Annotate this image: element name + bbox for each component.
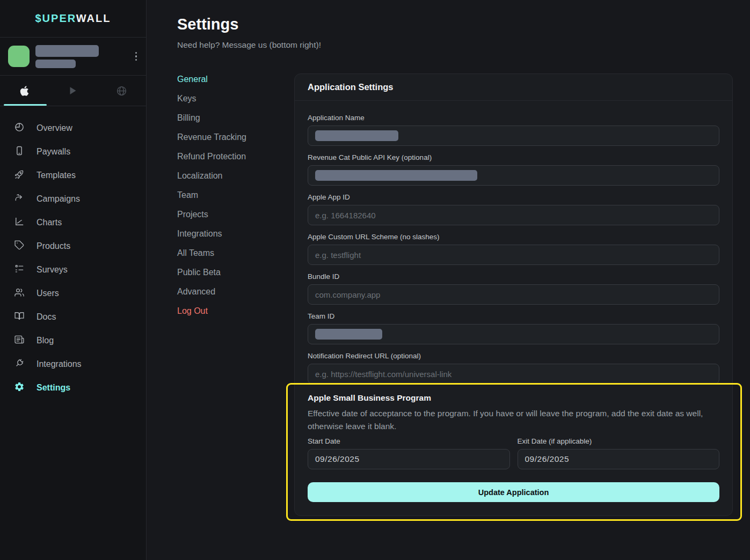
redacted-text-bar <box>35 60 76 68</box>
sidebar-item-campaigns[interactable]: Campaigns <box>0 187 146 211</box>
sidebar-item-label: Integrations <box>37 359 82 369</box>
apple-url-scheme-input[interactable] <box>308 245 719 265</box>
sidebar-item-label: Settings <box>37 383 70 393</box>
field-label: Bundle ID <box>308 272 719 281</box>
book-icon <box>14 311 25 323</box>
field-start-date: Start Date <box>308 437 510 469</box>
field-label: Apple Custom URL Scheme (no slashes) <box>308 233 719 241</box>
sidebar-item-label: Paywalls <box>37 147 70 157</box>
sidebar-item-label: Blog <box>37 336 54 345</box>
users-icon <box>14 287 25 300</box>
field-label: Notification Redirect URL (optional) <box>308 352 719 360</box>
subnav-public-beta[interactable]: Public Beta <box>177 267 294 278</box>
sidebar-item-charts[interactable]: Charts <box>0 211 146 234</box>
field-label: Exit Date (if applicable) <box>518 437 720 446</box>
sidebar-item-surveys[interactable]: Surveys <box>0 258 146 282</box>
notification-redirect-url-input[interactable] <box>308 364 719 384</box>
sidebar-item-label: Docs <box>37 312 56 322</box>
field-apple-url-scheme: Apple Custom URL Scheme (no slashes) <box>308 233 719 265</box>
field-apple-app-id: Apple App ID <box>308 193 719 225</box>
rocket-icon <box>14 169 25 182</box>
field-revenuecat-api-key: Revenue Cat Public API Key (optional) <box>308 153 719 186</box>
pie-chart-icon <box>14 122 25 135</box>
sidebar-item-integrations[interactable]: Integrations <box>0 352 146 376</box>
subnav-general[interactable]: General <box>177 73 294 85</box>
sidebar-item-paywalls[interactable]: Paywalls <box>0 140 146 164</box>
settings-subnav: General Keys Billing Revenue Tracking Re… <box>177 73 294 516</box>
tab-google-play[interactable] <box>49 76 98 106</box>
revenuecat-api-key-input[interactable] <box>308 165 719 186</box>
sidebar-item-blog[interactable]: Blog <box>0 329 146 352</box>
redacted-value-bar <box>315 170 477 181</box>
sidebar-nav: Overview Paywalls Templates Campaigns Ch… <box>0 106 146 400</box>
start-date-input[interactable] <box>308 449 510 469</box>
kebab-menu-icon[interactable] <box>133 50 139 63</box>
team-id-input[interactable] <box>308 324 719 344</box>
field-label: Start Date <box>308 437 510 446</box>
sidebar-item-label: Products <box>37 241 70 251</box>
workspace-switcher[interactable] <box>0 38 146 76</box>
subnav-team[interactable]: Team <box>177 189 294 201</box>
sidebar-item-label: Surveys <box>37 265 68 275</box>
bundle-id-input[interactable] <box>308 284 719 305</box>
sidebar-item-settings[interactable]: Settings <box>0 376 146 400</box>
tab-web[interactable] <box>97 76 146 106</box>
subnav-advanced[interactable]: Advanced <box>177 286 294 298</box>
play-icon <box>67 85 79 97</box>
subnav-integrations[interactable]: Integrations <box>177 228 294 240</box>
sidebar-item-docs[interactable]: Docs <box>0 305 146 329</box>
sidebar-item-label: Overview <box>37 123 72 133</box>
superwall-logo: $UPERWALL <box>35 12 111 25</box>
gear-icon <box>14 381 25 394</box>
section-title: Apple Small Business Program <box>308 393 719 403</box>
field-exit-date: Exit Date (if applicable) <box>518 437 720 469</box>
logo-rest-text: WALL <box>76 12 111 24</box>
phone-icon <box>14 145 25 158</box>
field-label: Application Name <box>308 114 719 122</box>
subnav-keys[interactable]: Keys <box>177 93 294 105</box>
subnav-billing[interactable]: Billing <box>177 112 294 124</box>
active-tab-indicator <box>4 104 47 106</box>
field-label: Revenue Cat Public API Key (optional) <box>308 153 719 162</box>
small-business-program-section: Apple Small Business Program Effective d… <box>308 393 719 502</box>
sidebar-item-overview[interactable]: Overview <box>0 116 146 140</box>
tab-apple[interactable] <box>0 76 49 106</box>
line-chart-icon <box>14 216 25 229</box>
sidebar-item-products[interactable]: Products <box>0 234 146 258</box>
sidebar-item-label: Templates <box>37 171 76 180</box>
field-notification-redirect-url: Notification Redirect URL (optional) <box>308 352 719 384</box>
section-description: Effective date of acceptance to the prog… <box>308 407 719 432</box>
apple-app-id-input[interactable] <box>308 205 719 225</box>
sidebar-item-label: Campaigns <box>37 194 80 204</box>
plug-icon <box>14 358 25 371</box>
page-subtitle: Need help? Message us (bottom right)! <box>177 40 733 50</box>
globe-icon <box>116 85 127 97</box>
tag-icon <box>14 240 25 253</box>
sidebar-item-users[interactable]: Users <box>0 282 146 305</box>
sidebar: $UPERWALL <box>0 0 147 560</box>
subnav-refund-protection[interactable]: Refund Protection <box>177 151 294 163</box>
field-bundle-id: Bundle ID <box>308 272 719 305</box>
subnav-revenue-tracking[interactable]: Revenue Tracking <box>177 131 294 143</box>
redacted-app-name <box>35 45 99 68</box>
redacted-value-bar <box>315 130 398 141</box>
logo-row: $UPERWALL <box>0 0 146 38</box>
update-application-button[interactable]: Update Application <box>308 482 719 502</box>
app-avatar <box>8 46 30 67</box>
panel-body: Application Name Revenue Cat Public API … <box>295 101 732 515</box>
sidebar-item-templates[interactable]: Templates <box>0 164 146 187</box>
sidebar-item-label: Charts <box>37 218 62 227</box>
subnav-log-out[interactable]: Log Out <box>177 305 294 317</box>
share-arrow-icon <box>14 193 25 205</box>
sidebar-item-label: Users <box>37 289 59 298</box>
checklist-icon <box>14 263 25 276</box>
subnav-all-teams[interactable]: All Teams <box>177 247 294 259</box>
application-name-input[interactable] <box>308 126 719 146</box>
subnav-projects[interactable]: Projects <box>177 209 294 220</box>
field-label: Team ID <box>308 312 719 321</box>
exit-date-input[interactable] <box>518 449 720 469</box>
apple-icon <box>19 85 30 97</box>
field-application-name: Application Name <box>308 114 719 146</box>
app-window: $UPERWALL <box>0 0 750 560</box>
subnav-localization[interactable]: Localization <box>177 170 294 182</box>
